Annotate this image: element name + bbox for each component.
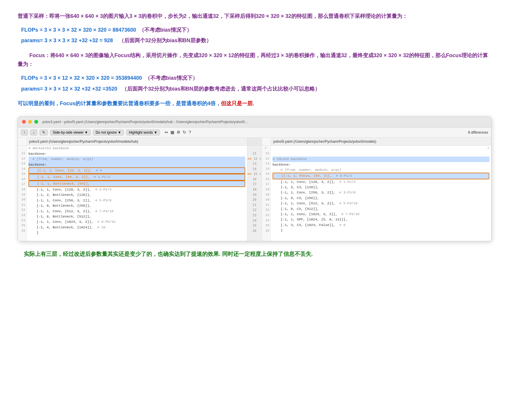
do-not-ignore-dropdown[interactable]: Do not ignore ▼ [93, 130, 124, 135]
ide-title: yolov3.yaml - yolov5l.yaml (/Users/glenn… [42, 119, 248, 125]
right-pane-header: yolov5l.yaml (/Users/glennjocher/Pycharm… [271, 138, 491, 145]
normal-formulas: FLOPs = 3 × 3 × 3 × 32 × 320 × 320 = 884… [18, 25, 491, 45]
focus-formulas: FLOPs = 3 × 3 × 12 × 32 × 320 × 320 = 35… [18, 74, 491, 93]
ide-screenshot: yolov3.yaml - yolov5l.yaml (/Users/glenn… [18, 116, 491, 241]
normal-intro: 普通下采样：即将一张640 × 640 × 3的图片输入3 × 3的卷积中，步长… [18, 12, 491, 21]
left-gutter-header [18, 138, 27, 145]
maximize-dot [34, 120, 38, 124]
right-code-lines: ✓ # YOLOv5 backbone backbone: # [from, n… [271, 146, 491, 241]
close-dot [22, 120, 26, 124]
split-icon: ⇔ [165, 129, 168, 136]
focus-intro: Focus：将640 × 640 × 3的图像输入Focus结构，采用切片操作，… [18, 51, 491, 69]
left-code-pane: 11 12 13 14 15 16 17 18 19 20 21 22 23 2… [18, 146, 247, 241]
settings-icon: ⚙ [177, 129, 180, 136]
normal-downsample-section: 普通下采样：即将一张640 × 640 × 3的图片输入3 × 3的卷积中，步长… [18, 12, 491, 21]
pane-headers: yolov3.yaml (/Users/glennjocher/PycharmP… [18, 138, 491, 146]
normal-flops: FLOPs = 3 × 3 × 3 × 32 × 320 × 320 = 884… [21, 25, 491, 35]
up-button[interactable]: ↑ [21, 130, 28, 135]
down-button[interactable]: ↓ [30, 130, 37, 135]
focus-flops: FLOPs = 3 × 3 × 12 × 32 × 320 × 320 = 35… [21, 74, 491, 83]
ide-toolbar[interactable]: ↑ ↓ ✎ Side-by-side viewer ▼ Do not ignor… [18, 127, 491, 138]
left-code-lines: # darknet53 backbone backbone: # [from, … [27, 146, 247, 241]
separator-header [247, 138, 262, 145]
minimize-dot [28, 120, 32, 124]
page-wrapper: 普通下采样：即将一张640 × 640 × 3的图片输入3 × 3的卷积中，步长… [18, 12, 491, 259]
focus-section: Focus：将640 × 640 × 3的图像输入Focus结构，采用切片操作，… [18, 51, 491, 69]
conclusion-text: 可以明显的看到，Focus的计算量和参数量要比普通卷积要多一些，是普通卷积的4倍… [18, 99, 491, 108]
normal-params: params= 3 × 3 × 3 × 32 +32 +32 = 928 （后面… [21, 36, 491, 45]
differences-count: 8 differences [468, 130, 488, 135]
side-by-side-dropdown[interactable]: Side-by-side viewer ▼ [50, 130, 91, 135]
grid-icon: ▦ [170, 129, 174, 136]
right-line-numbers: ✓ 11 12 13 14 15 16 17 18 19 20 21 22 23… [262, 146, 271, 241]
edit-button[interactable]: ✎ [40, 130, 48, 135]
left-pane-header: yolov3.yaml (/Users/glennjocher/PycharmP… [27, 138, 247, 145]
conclusion-section: 可以明显的看到，Focus的计算量和参数量要比普通卷积要多一些，是普通卷积的4倍… [18, 99, 491, 108]
right-gutter-header [262, 138, 271, 145]
final-text: 实际上有三层，经过改进后参数量其实还是变少了的，也确实达到了提速的效果. 同时还… [18, 249, 491, 259]
question-icon: ? [189, 129, 191, 136]
refresh-icon: ↻ [183, 129, 186, 136]
final-section: 实际上有三层，经过改进后参数量其实还是变少了的，也确实达到了提速的效果. 同时还… [18, 249, 491, 259]
highlight-words-dropdown[interactable]: Highlight words ▼ [126, 130, 160, 135]
right-code-pane: ✓ 11 12 13 14 15 16 17 18 19 20 21 22 23… [262, 146, 491, 241]
ide-titlebar: yolov3.yaml - yolov5l.yaml (/Users/glenn… [18, 117, 491, 127]
diff-separator: 11 >> 12 « 13 14 >> 15 « 16 17 18 19 20 … [247, 146, 262, 241]
left-line-numbers: 11 12 13 14 15 16 17 18 19 20 21 22 23 2… [18, 146, 27, 241]
diff-content: 11 12 13 14 15 16 17 18 19 20 21 22 23 2… [18, 146, 491, 241]
focus-params: params= 3 × 3 × 12 × 32 +32 +32 =3520 （后… [21, 84, 491, 93]
